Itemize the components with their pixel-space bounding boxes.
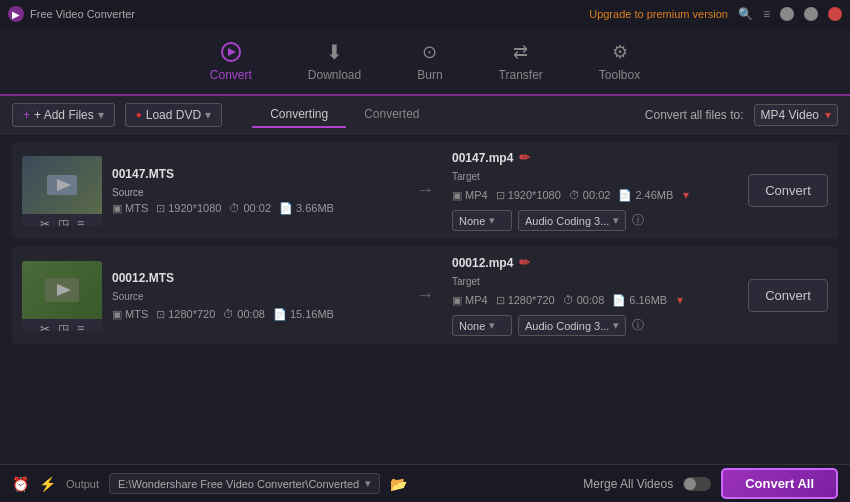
convert-button-2[interactable]: Convert [748,279,828,312]
transfer-nav-icon: ⇄ [509,40,533,64]
statusbar: ⏰ ⚡ Output E:\Wondershare Free Video Con… [0,464,850,502]
subtitle-icon-1[interactable]: ◳ [58,217,69,226]
add-files-button[interactable]: + + Add Files ▾ [12,103,115,127]
convert-nav-icon [219,40,243,64]
tab-converted[interactable]: Converted [346,102,437,128]
merge-toggle[interactable] [683,477,711,491]
edit-icon-1[interactable]: ✏ [519,150,530,165]
target-dropdown-arrow-2[interactable]: ▾ [677,293,683,307]
scissors-icon-1[interactable]: ✂ [40,217,50,226]
output-chevron: ▾ [365,477,371,490]
target-format-icon-2: ▣ [452,294,462,307]
convert-arrow-icon-2: → [416,285,434,306]
target-res-1: 1920*1080 [508,189,561,201]
clock-icon[interactable]: ⏰ [12,476,29,492]
scissors-icon-2[interactable]: ✂ [40,322,50,331]
titlebar-left: ▶ Free Video Converter [8,6,135,22]
load-dvd-button[interactable]: ● Load DVD ▾ [125,103,222,127]
info-icon-1[interactable]: ⓘ [632,212,644,229]
preset-chevron-2: ▾ [489,319,495,332]
source-time-1: 00:02 [243,202,271,214]
nav-transfer[interactable]: ⇄ Transfer [491,36,551,86]
target-size-icon-2: 📄 [612,294,626,307]
app-logo: ▶ [8,6,24,22]
source-label-1: Source [112,187,144,198]
edit-icon-2[interactable]: ✏ [519,255,530,270]
target-time-icon-1: ⏱ [569,189,580,201]
source-format-2: MTS [125,308,148,320]
target-name-row-2: 00012.mp4 ✏ [452,255,738,270]
target-time-2: 00:08 [577,294,605,306]
info-icon-2[interactable]: ⓘ [632,317,644,334]
size-icon-2: 📄 [273,308,287,321]
nav-download[interactable]: ⬇ Download [300,36,369,86]
output-label: Output [66,478,99,490]
file-info-2: 00012.MTS Source ▣ MTS ⊡ 1280*720 ⏱ 00:0… [112,271,398,321]
audio-preset-dropdown-1[interactable]: None ▾ [452,210,512,231]
source-name-1: 00147.MTS [112,167,398,181]
target-res-2: 1280*720 [508,294,555,306]
tab-converting[interactable]: Converting [252,102,346,128]
settings-icon-1[interactable]: ≡ [77,217,84,226]
source-format-1: MTS [125,202,148,214]
target-res-icon-2: ⊡ [496,294,505,307]
preset-chevron-1: ▾ [489,214,495,227]
target-format-icon-1: ▣ [452,189,462,202]
maximize-button[interactable] [804,7,818,21]
menu-icon[interactable]: ≡ [763,7,770,21]
nav-download-label: Download [308,68,361,82]
target-dropdown-arrow-1[interactable]: ▾ [683,188,689,202]
format-chevron: ▾ [825,108,831,122]
flash-icon[interactable]: ⚡ [39,476,56,492]
target-name-row-1: 00147.mp4 ✏ [452,150,738,165]
res-icon-2: ⊡ [156,308,165,321]
convert-all-button[interactable]: Convert All [721,468,838,499]
audio-coding-dropdown-2[interactable]: Audio Coding 3... ▾ [518,315,626,336]
source-meta-1: ▣ MTS ⊡ 1920*1080 ⏱ 00:02 📄 3.66MB [112,202,398,215]
toolbox-nav-icon: ⚙ [608,40,632,64]
audio-coding-dropdown-1[interactable]: Audio Coding 3... ▾ [518,210,626,231]
close-button[interactable] [828,7,842,21]
source-res-2: 1280*720 [168,308,215,320]
target-format-1: MP4 [465,189,488,201]
format-select[interactable]: MP4 Video ▾ [754,104,838,126]
target-size-icon-1: 📄 [618,189,632,202]
target-format-2: MP4 [465,294,488,306]
target-filename-2: 00012.mp4 [452,256,513,270]
output-path[interactable]: E:\Wondershare Free Video Converter\Conv… [109,473,380,494]
nav-burn[interactable]: ⊙ Burn [409,36,450,86]
settings-icon-2[interactable]: ≡ [77,322,84,331]
source-time-2: 00:08 [237,308,265,320]
nav-transfer-label: Transfer [499,68,543,82]
open-folder-icon[interactable]: 📂 [390,476,407,492]
file-item-1: ✂ ◳ ≡ 00147.MTS Source ▣ MTS ⊡ 1920*1080 [12,142,838,239]
arrow-1: → [408,180,442,201]
target-time-1: 00:02 [583,189,611,201]
nav-convert[interactable]: Convert [202,36,260,86]
nav-toolbox-label: Toolbox [599,68,640,82]
merge-label: Merge All Videos [583,477,673,491]
audio-preset-dropdown-2[interactable]: None ▾ [452,315,512,336]
upgrade-link[interactable]: Upgrade to premium version [589,8,728,20]
burn-nav-icon: ⊙ [418,40,442,64]
convert-arrow-icon-1: → [416,180,434,201]
target-area-1: 00147.mp4 ✏ Target ▣ MP4 ⊡ 1920*1080 ⏱ 0… [452,150,738,231]
nav-toolbox[interactable]: ⚙ Toolbox [591,36,648,86]
titlebar-right: Upgrade to premium version 🔍 ≡ [589,7,842,21]
source-size-item-1: 📄 3.66MB [279,202,334,215]
source-res-1: 1920*1080 [168,202,221,214]
thumbnail-2: ✂ ◳ ≡ [22,261,102,331]
output-path-text: E:\Wondershare Free Video Converter\Conv… [118,478,359,490]
target-dropdowns-1: None ▾ Audio Coding 3... ▾ ⓘ [452,210,738,231]
target-res-icon-1: ⊡ [496,189,505,202]
titlebar: ▶ Free Video Converter Upgrade to premiu… [0,0,850,28]
convert-button-1[interactable]: Convert [748,174,828,207]
subtitle-icon-2[interactable]: ◳ [58,322,69,331]
minimize-button[interactable] [780,7,794,21]
arrow-2: → [408,285,442,306]
source-meta-2: ▣ MTS ⊡ 1280*720 ⏱ 00:08 📄 15.16MB [112,308,398,321]
toggle-dot [684,478,696,490]
size-icon-1: 📄 [279,202,293,215]
search-icon[interactable]: 🔍 [738,7,753,21]
target-size-2: 6.16MB [629,294,667,306]
